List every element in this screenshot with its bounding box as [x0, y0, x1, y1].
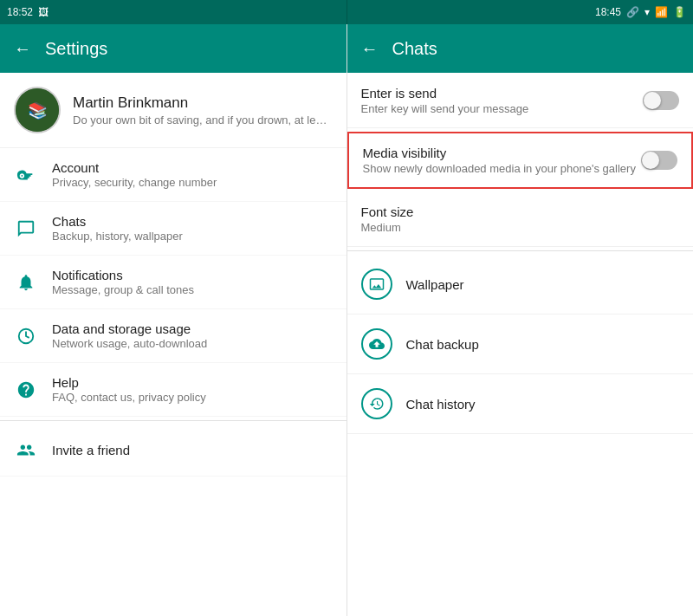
media-visibility-title: Media visibility	[363, 146, 636, 160]
settings-item-chats[interactable]: Chats Backup, history, wallpaper	[0, 202, 346, 256]
menu-divider	[0, 420, 346, 421]
right-app-bar-title: Chats	[392, 39, 437, 59]
left-panel: ← Settings 📚 Martin Brinkmann Do your ow…	[0, 24, 346, 616]
chats-icon	[14, 219, 38, 238]
media-visibility-toggle-thumb	[642, 152, 659, 169]
data-storage-text: Data and storage usage Network usage, au…	[52, 321, 333, 350]
media-visibility-row: Media visibility Show newly downloaded m…	[347, 132, 694, 189]
enter-is-send-toggle-thumb	[644, 92, 661, 109]
wallpaper-label: Wallpaper	[406, 277, 464, 292]
settings-item-account[interactable]: Account Privacy, security, change number	[0, 148, 346, 202]
chats-text: Chats Backup, history, wallpaper	[52, 214, 333, 243]
help-title: Help	[52, 375, 333, 390]
chats-subtitle: Backup, history, wallpaper	[52, 230, 333, 243]
settings-item-data-storage[interactable]: Data and storage usage Network usage, au…	[0, 309, 346, 363]
profile-text: Martin Brinkmann Do your own bit of savi…	[73, 94, 327, 126]
media-visibility-toggle[interactable]	[641, 151, 677, 170]
profile-section[interactable]: 📚 Martin Brinkmann Do your own bit of sa…	[0, 73, 346, 148]
invite-text: Invite a friend	[52, 443, 333, 457]
wallpaper-row[interactable]: Wallpaper	[347, 255, 694, 314]
invite-title: Invite a friend	[52, 443, 333, 457]
chat-history-label: Chat history	[406, 397, 476, 412]
cloud-upload-icon	[361, 328, 392, 360]
invite-icon	[14, 441, 38, 460]
profile-subtitle: Do your own bit of saving, and if you dr…	[73, 113, 327, 126]
left-time: 18:52	[7, 6, 33, 18]
enter-is-send-row: Enter is send Enter key will send your m…	[347, 73, 694, 128]
notifications-icon	[14, 273, 38, 292]
left-app-bar: ← Settings	[0, 24, 346, 73]
help-subtitle: FAQ, contact us, privacy policy	[52, 391, 333, 404]
left-back-button[interactable]: ←	[14, 39, 31, 59]
account-title: Account	[52, 160, 333, 175]
chat-backup-row[interactable]: Chat backup	[347, 314, 694, 374]
right-time: 18:45	[595, 6, 621, 18]
status-bar: 18:52 🖼 18:45 🔗 ▾ 📶 🔋	[0, 0, 693, 24]
panels: ← Settings 📚 Martin Brinkmann Do your ow…	[0, 24, 693, 616]
profile-name: Martin Brinkmann	[73, 94, 327, 112]
chat-backup-label: Chat backup	[406, 337, 479, 352]
right-status: 18:45 🔗 ▾ 📶 🔋	[347, 6, 694, 18]
wifi-icon: ▾	[644, 6, 650, 18]
right-panel: ← Chats Enter is send Enter key will sen…	[347, 24, 694, 616]
help-icon	[14, 380, 38, 399]
settings-list: Account Privacy, security, change number…	[0, 148, 346, 616]
notifications-title: Notifications	[52, 268, 333, 282]
notifications-text: Notifications Message, group & call tone…	[52, 268, 333, 296]
settings-item-help[interactable]: Help FAQ, contact us, privacy policy	[0, 363, 346, 417]
sim-icon: 🔗	[626, 6, 639, 18]
media-visibility-subtitle: Show newly downloaded media in your phon…	[363, 162, 636, 175]
chat-history-row[interactable]: Chat history	[347, 374, 694, 434]
account-text: Account Privacy, security, change number	[52, 160, 333, 189]
left-app-bar-title: Settings	[45, 39, 107, 59]
settings-item-notifications[interactable]: Notifications Message, group & call tone…	[0, 256, 346, 309]
data-storage-subtitle: Network usage, auto-download	[52, 337, 333, 350]
enter-is-send-subtitle: Enter key will send your message	[361, 102, 529, 115]
enter-is-send-toggle[interactable]	[643, 91, 679, 110]
battery-icon: 🔋	[673, 6, 686, 18]
chats-title: Chats	[52, 214, 333, 229]
key-icon	[14, 165, 38, 185]
left-status: 18:52 🖼	[0, 6, 346, 18]
history-icon	[361, 388, 392, 419]
right-app-bar: ← Chats	[347, 24, 694, 73]
font-size-title: Font size	[361, 204, 680, 219]
font-size-row[interactable]: Font size Medium	[347, 192, 694, 247]
signal-icon: 📶	[655, 6, 668, 18]
notifications-subtitle: Message, group & call tones	[52, 283, 333, 296]
right-back-button[interactable]: ←	[361, 39, 379, 59]
photo-icon: 🖼	[38, 6, 49, 18]
font-size-value: Medium	[361, 221, 680, 234]
enter-is-send-title: Enter is send	[361, 86, 529, 101]
help-text: Help FAQ, contact us, privacy policy	[52, 375, 333, 404]
data-storage-title: Data and storage usage	[52, 321, 333, 336]
right-divider	[347, 250, 694, 251]
avatar: 📚	[14, 87, 61, 133]
right-content: Enter is send Enter key will send your m…	[347, 73, 694, 616]
data-icon	[14, 327, 38, 346]
wallpaper-icon	[361, 269, 392, 300]
account-subtitle: Privacy, security, change number	[52, 176, 333, 189]
svg-text:📚: 📚	[28, 101, 49, 120]
settings-item-invite[interactable]: Invite a friend	[0, 425, 346, 477]
